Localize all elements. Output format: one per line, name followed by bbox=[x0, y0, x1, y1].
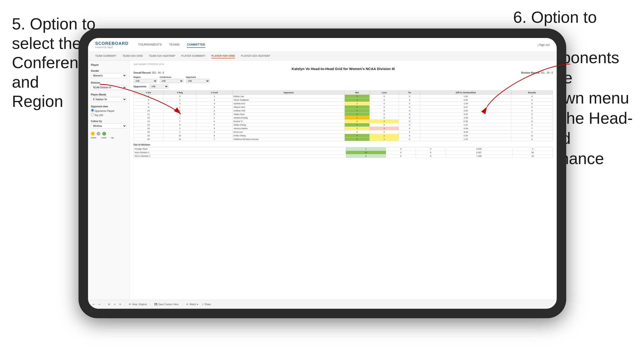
logo-sub: Powered by clippd bbox=[95, 46, 128, 48]
opponent-view-label: Opponent view bbox=[91, 105, 126, 108]
col-diff: Diff Av Strokes/Rnd bbox=[420, 91, 511, 95]
refresh-button[interactable]: ⟳ bbox=[119, 303, 121, 306]
main-data-table: # Div # Reg # Conf Opponent Win Loss Tie… bbox=[134, 90, 553, 141]
table-row: 9 1 4 Sharon Mun 1 0 0 3.67 3 bbox=[134, 105, 553, 109]
col-tie: Tie bbox=[399, 91, 420, 95]
table-row: 11 2 5 Heejo Hyun 1 0 0 3.33 3 bbox=[134, 113, 553, 116]
nav-tabs: TOURNAMENTS TEAMS COMMITTEE bbox=[138, 42, 538, 48]
crop-button[interactable]: ✂ bbox=[114, 303, 116, 306]
share-icon: ↗ bbox=[202, 303, 204, 306]
watch-icon: 👁 bbox=[186, 303, 188, 306]
sidebar-player-section: Player bbox=[91, 63, 126, 66]
settings-button[interactable]: ⚙ bbox=[108, 303, 110, 306]
main-content: Player Gender Women's Division NCAA Divi… bbox=[88, 61, 557, 305]
sidebar-division-section: Division NCAA Division III bbox=[91, 81, 126, 90]
col-win: Win bbox=[345, 91, 370, 95]
table-row: 6 3 3 Sydney Kuo 1 0 0 -1.00 3 bbox=[134, 102, 553, 105]
app-header: SCOREBOARD Powered by clippd TOURNAMENTS… bbox=[88, 38, 557, 52]
filter-section: Region (All) Conference (All) bbox=[134, 76, 553, 89]
last-updated: Last Updated: 27/03/2024 10:44 bbox=[134, 63, 553, 65]
opponent-filter-group: Opponent (All) bbox=[186, 76, 210, 83]
sign-out-link[interactable]: | Sign out bbox=[538, 43, 550, 46]
filter-row: Region (All) Conference (All) bbox=[134, 76, 553, 83]
tablet: SCOREBOARD Powered by clippd TOURNAMENTS… bbox=[78, 28, 566, 318]
player-rank-label: Player (Rank) bbox=[91, 93, 126, 96]
grid-area: Last Updated: 27/03/2024 10:44 Katelyn V… bbox=[130, 61, 557, 305]
view-original-button[interactable]: 👁 View: Original bbox=[129, 303, 147, 306]
col-loss: Loss bbox=[370, 91, 399, 95]
out-of-division-section: Out of division Foreign Team 1 0 0 4.500… bbox=[134, 144, 553, 158]
sidebar-colour-section: Colour by Win/loss bbox=[91, 120, 126, 129]
gender-select[interactable]: Women's bbox=[91, 73, 126, 78]
legend-dot-level bbox=[96, 132, 100, 136]
conference-select[interactable]: (All) bbox=[160, 79, 184, 83]
sub-nav-player-h2h-heatmap[interactable]: PLAYER H2H HEATMAP bbox=[241, 54, 270, 58]
eye-icon: 👁 bbox=[129, 303, 131, 306]
sidebar-legend-section: Down Level Up bbox=[91, 132, 126, 139]
player-label: Player bbox=[91, 63, 126, 66]
grid-title: Katelyn Vo Head-to-Head Grid for Women's… bbox=[134, 67, 553, 71]
region-select[interactable]: (All) bbox=[134, 79, 157, 83]
opponent-view-radio: Opponents Played Top 100 bbox=[91, 109, 126, 117]
logo-area: SCOREBOARD Powered by clippd bbox=[95, 41, 128, 48]
tablet-screen: SCOREBOARD Powered by clippd TOURNAMENTS… bbox=[88, 38, 557, 309]
table-row: 14 7 4 Eunice Yi 2 2 0 0.38 9 bbox=[134, 120, 553, 123]
opponents-inline: Opponents: (All) bbox=[134, 84, 553, 89]
table-row: 19 10 6 Emily Chang 4 1 0 0.30 11 bbox=[134, 134, 553, 138]
opponents-dropdown[interactable]: (All) bbox=[150, 84, 168, 89]
table-row: Foreign Team 1 0 0 4.500 2 bbox=[134, 147, 553, 151]
bottom-toolbar: ↩ ↪ | ⚙ ✂ ⟳ | 👁 View: Original | 💾 bbox=[88, 300, 557, 309]
save-icon: 💾 bbox=[154, 303, 157, 306]
nav-tab-tournaments[interactable]: TOURNAMENTS bbox=[138, 42, 162, 48]
watch-button[interactable]: 👁 Watch ▾ bbox=[186, 303, 198, 306]
sub-nav-team-h2h-heatmap[interactable]: TEAM H2H HEATMAP bbox=[149, 54, 175, 58]
legend-dot-up bbox=[102, 132, 106, 136]
out-of-division-table: Foreign Team 1 0 0 4.500 2 NAIA Division… bbox=[134, 147, 553, 158]
legend-dot-down bbox=[91, 132, 95, 136]
redo-button[interactable]: ↪ bbox=[98, 303, 100, 306]
table-row: 18 2 2 Euna Lee 0 0 0 -5.00 2 bbox=[134, 130, 553, 134]
records-row: Overall Record: 353 - 34 - 6 Division Re… bbox=[134, 71, 553, 74]
player-rank-select[interactable]: 8. Katelyn Vo bbox=[91, 97, 126, 102]
opponent-select[interactable]: (All) bbox=[186, 79, 210, 83]
sidebar: Player Gender Women's Division NCAA Divi… bbox=[88, 61, 130, 305]
conference-filter-group: Conference (All) bbox=[160, 76, 184, 83]
undo-button[interactable]: ↩ bbox=[93, 303, 95, 306]
division-select[interactable]: NCAA Division III bbox=[91, 85, 126, 90]
division-label: Division bbox=[91, 81, 126, 84]
table-row: 5 2 2 Alexis Sudjianto 1 0 0 4.00 3 bbox=[134, 98, 553, 102]
table-row: 3 3 1 Esther Lee 1 0 0 1.50 4 bbox=[134, 95, 553, 98]
save-custom-view-button[interactable]: 💾 Save Custom View bbox=[154, 303, 178, 306]
col-rounds: Rounds bbox=[511, 91, 553, 95]
table-row: 10 6 3 Andrea York 2 0 0 4.00 4 bbox=[134, 109, 553, 113]
col-opponent: Opponent bbox=[232, 91, 344, 95]
region-filter-group: Region (All) bbox=[134, 76, 157, 83]
col-reg: # Reg bbox=[164, 91, 196, 95]
sidebar-gender-section: Gender Women's bbox=[91, 70, 126, 78]
nav-tab-teams[interactable]: TEAMS bbox=[169, 42, 180, 48]
table-row: 16 2 3 Jessica Mason 1 2 0 -0.94 7 bbox=[134, 127, 553, 130]
colour-by-label: Colour by bbox=[91, 120, 126, 123]
nav-tab-committee[interactable]: COMMITTEE bbox=[187, 42, 205, 48]
table-row: 15 8 5 Stella Cheng 1 0 0 1.25 4 bbox=[134, 123, 553, 127]
sub-nav-player-h2h-grid[interactable]: PLAYER H2H GRID bbox=[212, 54, 235, 58]
col-div: # Div bbox=[134, 91, 164, 95]
color-legend bbox=[91, 132, 126, 136]
share-button[interactable]: ↗ Share bbox=[202, 303, 211, 306]
gender-label: Gender bbox=[91, 70, 126, 72]
sub-nav-player-summary[interactable]: PLAYER SUMMARY bbox=[181, 54, 206, 58]
sub-nav: TEAM SUMMARY TEAM H2H GRID TEAM H2H HEAT… bbox=[88, 52, 557, 61]
logo-text: SCOREBOARD bbox=[95, 41, 128, 46]
col-conf: # Conf bbox=[196, 91, 232, 95]
table-row: 13 1 1 Jessica Huang 1 0 0 -3.00 2 bbox=[134, 116, 553, 120]
table-row: NAIA Division 1 15 0 0 9.267 30 bbox=[134, 151, 553, 154]
sub-nav-team-h2h-grid[interactable]: TEAM H2H GRID bbox=[122, 54, 143, 58]
color-legend-labels: Down Level Up bbox=[91, 137, 126, 139]
sidebar-opponent-view-section: Opponent view Opponents Played Top 100 bbox=[91, 105, 126, 117]
table-row: NCAA Division 2 5 0 0 7.400 10 bbox=[134, 154, 553, 158]
sidebar-player-rank-section: Player (Rank) 8. Katelyn Vo bbox=[91, 93, 126, 102]
sub-nav-team-summary[interactable]: TEAM SUMMARY bbox=[95, 54, 116, 58]
colour-by-select[interactable]: Win/loss bbox=[91, 124, 126, 129]
table-row: 20 11 7 Federica Domecq Lacroze 2 1 0 1.… bbox=[134, 138, 553, 141]
